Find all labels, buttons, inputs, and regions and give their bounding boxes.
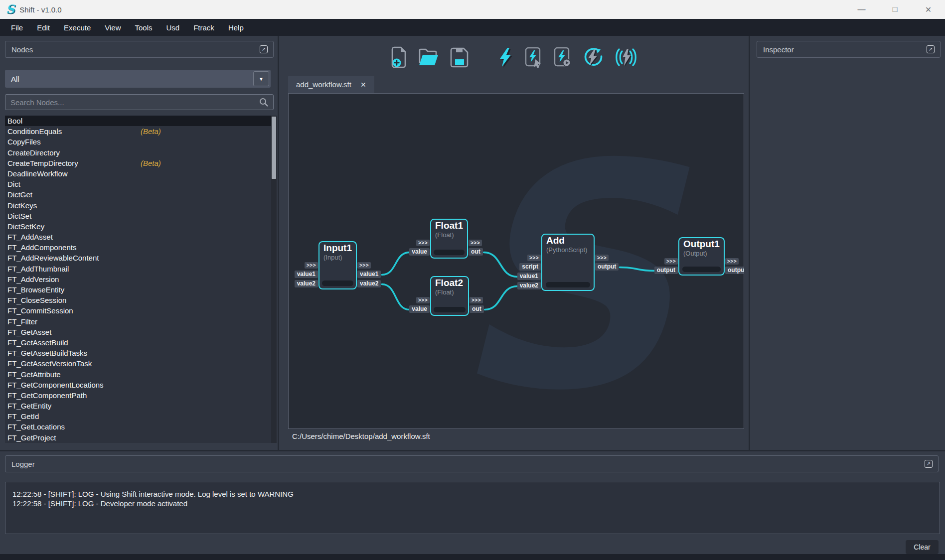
- search-input[interactable]: [5, 94, 274, 110]
- wire[interactable]: [382, 284, 409, 310]
- tab-close-icon[interactable]: ✕: [360, 81, 366, 89]
- port-value1[interactable]: value1: [517, 273, 541, 280]
- port-value2[interactable]: value2: [295, 280, 318, 287]
- wire[interactable]: [382, 253, 409, 275]
- port-marker[interactable]: >>>: [416, 297, 430, 303]
- port-script[interactable]: script: [519, 263, 541, 271]
- inspector-title: Inspector: [763, 45, 794, 54]
- open-workflow-icon[interactable]: [418, 47, 440, 68]
- node-list-item[interactable]: FT_BrowseEntity: [5, 284, 271, 295]
- execute-from-selected-icon[interactable]: [553, 46, 572, 68]
- node-list-item[interactable]: FT_GetAsset: [5, 327, 271, 337]
- graph-node-input1[interactable]: Input1(Input)>>>value1value2>>>value1val…: [318, 241, 357, 289]
- menu-item-view[interactable]: View: [98, 23, 128, 32]
- port-value[interactable]: value: [409, 305, 430, 313]
- node-list-item[interactable]: Bool: [5, 116, 271, 126]
- node-list-item[interactable]: CreateTempDirectory(Beta): [5, 158, 271, 168]
- node-list-item[interactable]: CreateDirectory: [5, 147, 271, 158]
- workflow-file-path: C:/Users/chime/Desktop/add_workflow.sft: [292, 432, 749, 440]
- node-list-item[interactable]: ConditionEquals(Beta): [5, 126, 271, 137]
- port-marker[interactable]: >>>: [527, 255, 541, 261]
- node-list-item[interactable]: FT_GetAssetVersionTask: [5, 358, 271, 369]
- menu-item-tools[interactable]: Tools: [128, 23, 159, 32]
- port-out[interactable]: out: [469, 248, 483, 256]
- tab-add-workflow[interactable]: add_workflow.sft ✕: [288, 76, 374, 93]
- live-execution-icon[interactable]: [614, 46, 638, 68]
- node-list-item[interactable]: FT_GetId: [5, 411, 271, 421]
- port-out[interactable]: out: [470, 305, 484, 313]
- popout-icon[interactable]: ↗: [927, 45, 935, 53]
- menu-item-execute[interactable]: Execute: [57, 23, 98, 32]
- node-list-item[interactable]: FT_GetLocations: [5, 421, 271, 432]
- port-marker[interactable]: >>>: [595, 255, 609, 261]
- execute-icon[interactable]: [496, 46, 514, 68]
- node-list-item[interactable]: FT_GetComponentLocations: [5, 380, 271, 390]
- node-list-item[interactable]: DeadlineWorkflow: [5, 168, 271, 179]
- node-list-item[interactable]: DictGet: [5, 189, 271, 200]
- node-list-item[interactable]: FT_AddReviewableContent: [5, 253, 271, 263]
- menu-item-usd[interactable]: Usd: [159, 23, 187, 32]
- node-list-item[interactable]: FT_GetComponentPath: [5, 390, 271, 401]
- menu-item-file[interactable]: File: [4, 23, 30, 32]
- port-marker[interactable]: >>>: [470, 297, 483, 303]
- port-value1[interactable]: value1: [357, 271, 381, 278]
- node-list-item[interactable]: FT_AddVersion: [5, 274, 271, 284]
- graph-node-float2[interactable]: Float2(Float)>>>value>>>out: [430, 276, 469, 316]
- node-type-list: BoolConditionEquals(Beta)CopyFilesCreate…: [5, 116, 277, 443]
- node-list-item[interactable]: FT_AddThumbnail: [5, 264, 271, 274]
- port-marker[interactable]: >>>: [725, 258, 739, 265]
- port-marker[interactable]: >>>: [664, 258, 678, 265]
- maximize-button[interactable]: □: [878, 0, 912, 19]
- port-output[interactable]: output: [654, 267, 678, 274]
- save-workflow-icon[interactable]: [450, 47, 470, 68]
- graph-node-float1[interactable]: Float1(Float)>>>value>>>out: [430, 219, 468, 259]
- node-list-item[interactable]: FT_GetProject: [5, 432, 271, 443]
- node-list-item[interactable]: FT_CommitSession: [5, 305, 271, 316]
- node-list-item[interactable]: CopyFiles: [5, 137, 271, 147]
- menu-item-help[interactable]: Help: [221, 23, 251, 32]
- popout-icon[interactable]: ↗: [260, 45, 268, 53]
- graph-node-output1[interactable]: Output1(Output)>>>output>>>output: [678, 237, 725, 276]
- chevron-down-icon[interactable]: ▼: [253, 71, 269, 86]
- loop-execution-icon[interactable]: [582, 46, 604, 68]
- port-marker[interactable]: >>>: [469, 240, 482, 246]
- node-list-item[interactable]: FT_AddAsset: [5, 232, 271, 242]
- node-list-item[interactable]: FT_GetAssetBuild: [5, 337, 271, 348]
- node-list-item[interactable]: Dict: [5, 179, 271, 189]
- popout-icon[interactable]: ↗: [925, 460, 933, 468]
- node-list-item[interactable]: FT_GetEntity: [5, 401, 271, 411]
- port-marker[interactable]: >>>: [357, 262, 371, 269]
- menu-item-ftrack[interactable]: Ftrack: [186, 23, 221, 32]
- port-value2[interactable]: value2: [357, 280, 381, 287]
- node-filter-dropdown[interactable]: All ▼: [5, 70, 271, 88]
- node-list-item[interactable]: DictSetKey: [5, 221, 271, 232]
- close-button[interactable]: ✕: [912, 0, 945, 19]
- graph-editor-panel: add_workflow.sft ✕ SInput1(Input)>>>valu…: [279, 36, 750, 450]
- port-value[interactable]: value: [409, 248, 430, 256]
- port-marker[interactable]: >>>: [416, 240, 430, 246]
- clear-log-button[interactable]: Clear: [906, 540, 939, 554]
- scrollbar-thumb[interactable]: [272, 117, 276, 179]
- port-output[interactable]: output: [595, 263, 619, 271]
- port-marker[interactable]: >>>: [305, 262, 318, 269]
- execute-selected-icon[interactable]: [524, 46, 543, 68]
- list-scrollbar[interactable]: [271, 116, 277, 443]
- node-list-item[interactable]: FT_AddComponents: [5, 242, 271, 253]
- node-list-item[interactable]: FT_Filter: [5, 316, 271, 327]
- node-graph-canvas[interactable]: SInput1(Input)>>>value1value2>>>value1va…: [288, 93, 744, 429]
- node-list-item[interactable]: DictSet: [5, 211, 271, 221]
- toolbar: [279, 36, 749, 76]
- left-ports: >>>value: [409, 240, 430, 256]
- node-list-item[interactable]: FT_GetAttribute: [5, 369, 271, 380]
- node-list-item[interactable]: FT_CloseSession: [5, 295, 271, 305]
- minimize-button[interactable]: —: [845, 0, 878, 19]
- graph-node-add[interactable]: Add(PythonScript)>>>scriptvalue1value2>>…: [541, 234, 595, 291]
- new-workflow-icon[interactable]: [390, 46, 408, 68]
- node-list-item-label: FT_GetComponentPath: [7, 391, 87, 400]
- port-value2[interactable]: value2: [517, 282, 541, 289]
- node-list-item[interactable]: DictKeys: [5, 200, 271, 211]
- menu-item-edit[interactable]: Edit: [30, 23, 57, 32]
- node-list-item[interactable]: FT_GetAssetBuildTasks: [5, 348, 271, 358]
- port-output[interactable]: output: [725, 267, 744, 274]
- port-value1[interactable]: value1: [295, 271, 318, 278]
